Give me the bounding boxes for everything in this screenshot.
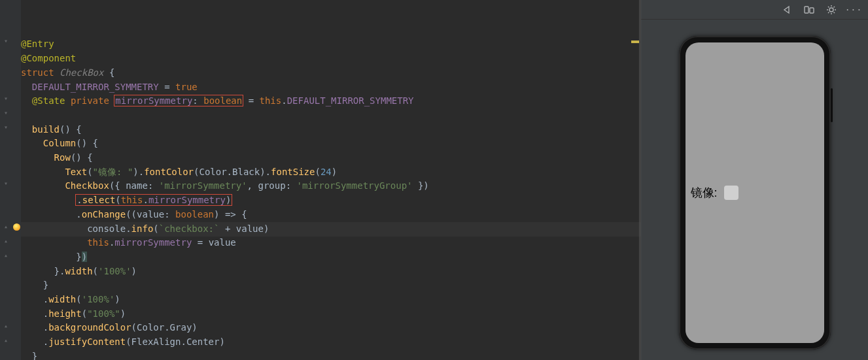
code-content: @Entry @Component struct CheckBox { DEFA… — [21, 37, 640, 360]
preview-toolbar: ··· — [641, 0, 868, 20]
preview-label: 镜像: — [691, 185, 718, 201]
fold-toggle-icon[interactable]: ▾ — [4, 96, 9, 101]
fold-toggle-icon[interactable]: ▾ — [4, 125, 9, 130]
highlight-box-select: .select(this.mirrorSymmetry) — [76, 195, 232, 205]
fold-toggle-icon[interactable]: ▴ — [4, 253, 9, 258]
fold-toggle-icon[interactable]: ▾ — [4, 110, 9, 116]
annotation-entry: @Entry — [21, 39, 54, 49]
svg-rect-1 — [810, 8, 814, 13]
orientation-button[interactable] — [803, 3, 816, 16]
ide-root: ▾ ▾ ▾ ▾ ▾ ▴ ▴ ▴ ▴ ▴ @Entry @Component st… — [0, 0, 868, 360]
preview-content-row: 镜像: — [686, 185, 824, 201]
fold-toggle-icon[interactable]: ▾ — [4, 39, 9, 44]
fold-toggle-icon[interactable]: ▴ — [4, 238, 9, 244]
fold-toggle-icon[interactable]: ▾ — [4, 181, 9, 186]
fold-toggle-icon[interactable]: ▴ — [4, 224, 9, 229]
device-rotate-icon — [804, 5, 814, 14]
preview-pane: ··· 镜像: — [640, 0, 868, 360]
intention-bulb-icon[interactable] — [13, 223, 20, 231]
more-icon: ··· — [845, 5, 862, 14]
svg-rect-0 — [805, 7, 808, 13]
editor-gutter: ▾ ▾ ▾ ▾ ▾ ▴ ▴ ▴ ▴ ▴ — [0, 0, 21, 360]
more-button[interactable]: ··· — [847, 3, 860, 16]
back-button[interactable] — [780, 3, 793, 16]
theme-toggle-button[interactable] — [825, 3, 838, 16]
preview-checkbox[interactable] — [724, 186, 738, 200]
code-editor[interactable]: @Entry @Component struct CheckBox { DEFA… — [21, 0, 640, 360]
triangle-left-icon — [782, 5, 791, 14]
phone-frame: 镜像: — [679, 36, 831, 350]
annotation-component: @Component — [21, 53, 76, 63]
sun-icon — [826, 5, 837, 15]
highlight-box-declaration: mirrorSymmetry: boolean — [114, 95, 243, 106]
device-area: 镜像: — [641, 20, 868, 360]
fold-toggle-icon[interactable]: ▴ — [4, 338, 9, 343]
phone-screen: 镜像: — [686, 42, 824, 343]
svg-point-2 — [829, 8, 833, 12]
fold-toggle-icon[interactable]: ▴ — [4, 323, 9, 329]
